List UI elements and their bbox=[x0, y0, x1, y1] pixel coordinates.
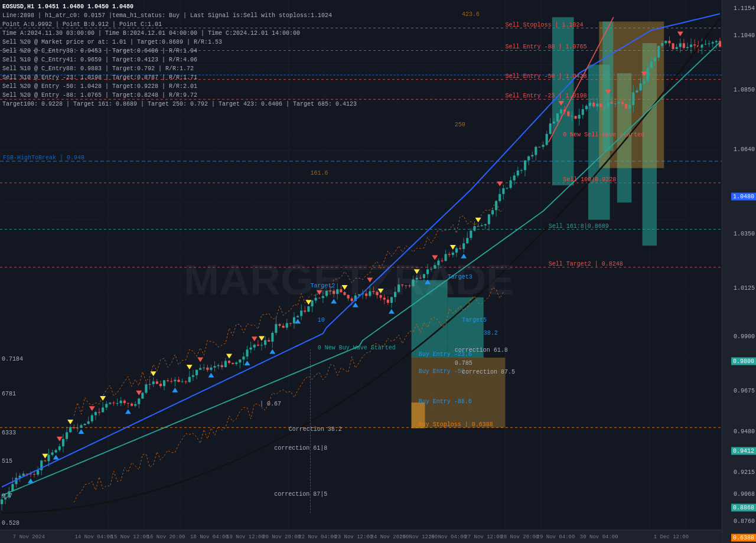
time-scale-label: 18 Nov 04:00 bbox=[190, 534, 229, 540]
time-scale-label: 30 Nov 04:00 bbox=[580, 534, 618, 540]
time-scale-label: 22 Nov 04:00 bbox=[298, 534, 337, 540]
time-scale-label: 16 Nov 20:00 bbox=[147, 534, 185, 540]
time-scale-label: 23 Nov 12:00 bbox=[334, 534, 373, 540]
main-chart-canvas bbox=[0, 0, 756, 543]
price-scale-label: 1.0850 bbox=[734, 86, 755, 93]
price-scale-label: 1.0350 bbox=[734, 230, 755, 237]
time-scale-label: 15 Nov 12:00 bbox=[111, 534, 149, 540]
time-scale-label: 14 Nov 04:00 bbox=[74, 534, 113, 540]
price-scale-label: 0.9900 bbox=[734, 333, 755, 340]
time-scale: 7 Nov 202414 Nov 04:0015 Nov 12:0016 Nov… bbox=[0, 530, 722, 543]
time-scale-label: 1 Dec 12:00 bbox=[654, 534, 689, 540]
price-scale-label: 0.9675 bbox=[734, 388, 755, 394]
price-scale-label: 1.1154 bbox=[734, 5, 755, 11]
time-scale-label: 28 Nov 20:00 bbox=[500, 534, 539, 540]
time-scale-label: 26 Nov 04:00 bbox=[428, 534, 467, 540]
price-scale-label: 0.9800 bbox=[731, 357, 756, 365]
price-scale-label: 1.0640 bbox=[734, 146, 755, 153]
price-scale-label: 0.9412 bbox=[731, 447, 756, 454]
price-scale-label: 1.1040 bbox=[734, 32, 755, 38]
price-scale-label: 1.0125 bbox=[734, 284, 755, 291]
chart-container: EOSUSD,H1 1.0451 1.0480 1.0450 1.0480 Li… bbox=[0, 0, 756, 543]
time-scale-label: 19 Nov 12:00 bbox=[226, 534, 265, 540]
price-scale-label: 0.8868 bbox=[731, 504, 756, 512]
price-scale-label: 0.9480 bbox=[734, 428, 755, 435]
time-scale-label: 27 Nov 12:00 bbox=[464, 534, 503, 540]
price-scale-label: 0.6388 bbox=[731, 534, 756, 541]
time-scale-label: 29 Nov 04:00 bbox=[537, 534, 575, 540]
price-scale-label: 0.9068 bbox=[734, 491, 755, 498]
time-scale-label: 7 Nov 2024 bbox=[13, 534, 45, 540]
price-scale-label: 0.9215 bbox=[734, 469, 755, 476]
time-scale-label: 20 Nov 20:00 bbox=[262, 534, 301, 540]
price-scale-label: 1.0480 bbox=[731, 193, 756, 201]
price-scale: 1.11541.10401.08501.06401.04801.03501.01… bbox=[722, 0, 756, 543]
price-scale-label: 0.8760 bbox=[734, 518, 755, 525]
